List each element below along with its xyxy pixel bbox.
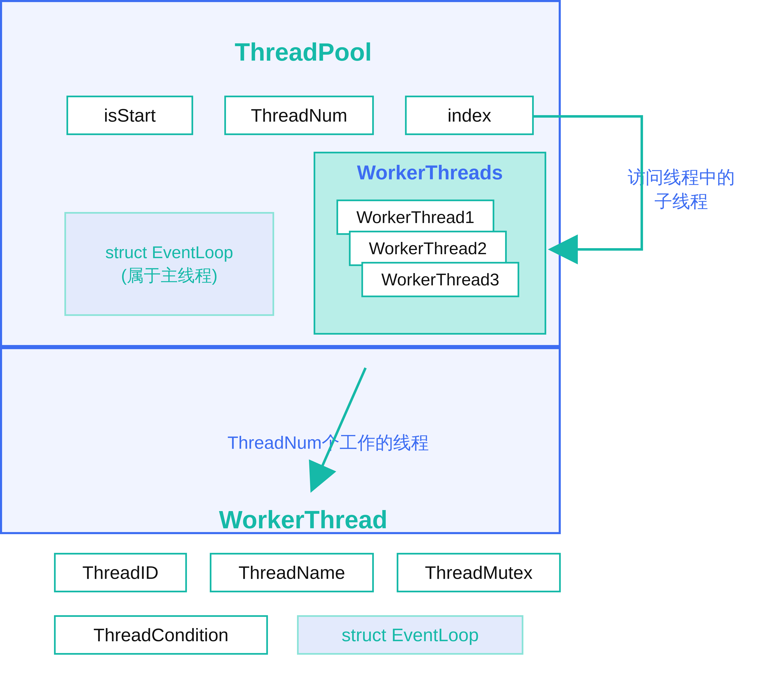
field-threadcondition: ThreadCondition <box>54 615 268 655</box>
field-threadid: ThreadID <box>54 553 187 592</box>
eventloop-main-line2: (属于主线程) <box>121 264 218 287</box>
workerthread-card-2: WorkerThread2 <box>349 231 507 266</box>
field-threadmutex: ThreadMutex <box>397 553 561 592</box>
workerthreads-title: WorkerThreads <box>314 160 546 185</box>
workerthread-title: WorkerThread <box>25 503 582 536</box>
field-threadname: ThreadName <box>210 553 374 592</box>
side-label-line1: 访问线程中的 <box>628 165 735 189</box>
eventloop-main: struct EventLoop (属于主线程) <box>64 212 274 316</box>
workerthread-card-3: WorkerThread3 <box>361 262 519 297</box>
threadpool-title: ThreadPool <box>25 35 582 69</box>
field-isstart: isStart <box>67 96 193 135</box>
workerthread-card-1: WorkerThread1 <box>337 200 494 235</box>
eventloop-main-line1: struct EventLoop <box>105 241 233 264</box>
mid-label-threadnum-workers: ThreadNum个工作的线程 <box>204 428 453 457</box>
field-index: index <box>405 96 534 135</box>
diagram-canvas: ThreadPool isStart ThreadNum index struc… <box>0 0 772 700</box>
field-threadnum: ThreadNum <box>224 96 374 135</box>
side-label-line2: 子线程 <box>654 189 708 213</box>
eventloop-worker: struct EventLoop <box>297 615 523 655</box>
side-label-access-thread: 访问线程中的 子线程 <box>607 162 756 216</box>
